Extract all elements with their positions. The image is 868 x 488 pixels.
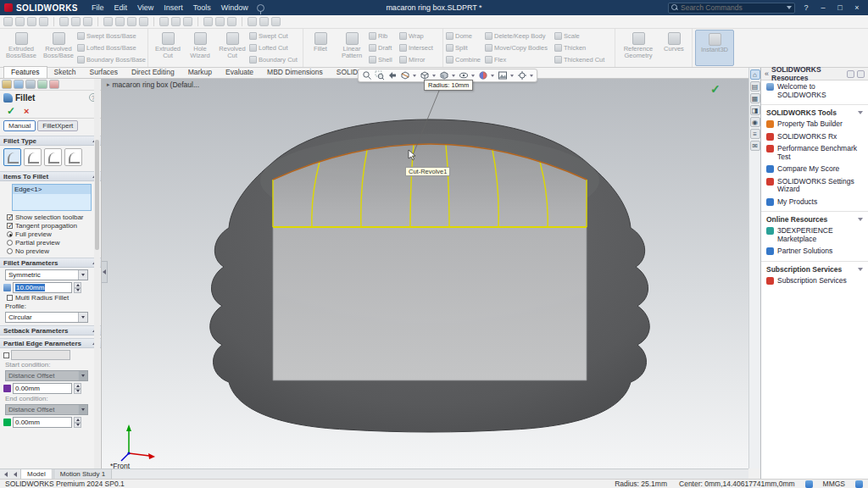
no-preview-radio[interactable] (7, 248, 13, 254)
status-tag-icon[interactable] (805, 480, 813, 488)
menu-tools[interactable]: Tools (188, 0, 216, 15)
help-button[interactable]: ? (800, 0, 812, 15)
display-style-icon[interactable] (203, 17, 213, 26)
minimize-button[interactable]: – (817, 0, 829, 15)
radius-field[interactable]: 10.00mm (13, 282, 72, 293)
wrap-button[interactable]: Wrap (399, 30, 440, 42)
cut-revolve-preview-body[interactable] (273, 144, 587, 380)
convert-entities-icon[interactable] (139, 17, 148, 26)
motion-study-tab[interactable]: Motion Study 1 (53, 469, 112, 479)
property-tab-builder-item[interactable]: Property Tab Builder (761, 118, 868, 130)
reference-geometry-button[interactable]: Reference Geometry (618, 30, 659, 66)
full-round-fillet-icon[interactable] (64, 148, 82, 166)
no-preview-row[interactable]: No preview (0, 247, 101, 255)
performance-benchmark-item[interactable]: Performance Benchmark Test (761, 142, 868, 163)
open-icon[interactable] (15, 17, 25, 26)
intersect-button[interactable]: Intersect (399, 42, 440, 53)
symmetric-dropdown[interactable]: Symmetric (5, 269, 88, 280)
radius-spinner[interactable] (74, 282, 81, 293)
apply-scene-icon[interactable] (497, 70, 508, 81)
save-icon[interactable] (27, 17, 36, 26)
pin-pane-icon[interactable] (847, 70, 854, 78)
graphics-area[interactable] (102, 79, 748, 469)
edit-appearance-caret-icon[interactable] (491, 75, 494, 77)
search-input[interactable] (681, 3, 784, 12)
end-offset-field[interactable]: 0.00mm (13, 417, 72, 428)
variable-size-fillet-icon[interactable] (24, 148, 42, 166)
lofted-boss-button[interactable]: Lofted Boss/Base (77, 42, 145, 53)
units-label[interactable]: MMGS (823, 480, 845, 488)
scale-button[interactable]: Scale (554, 30, 612, 42)
section-view-caret-icon[interactable] (413, 75, 416, 77)
tab-scroll-left2-icon[interactable] (11, 470, 19, 479)
show-selection-toolbar-row[interactable]: Show selection toolbar (0, 213, 101, 221)
sketch-icon[interactable] (103, 17, 113, 26)
flex-button[interactable]: Flex (485, 54, 554, 65)
hide-show-caret-icon[interactable] (471, 75, 475, 77)
section-setback-parameters[interactable]: Setback Parameters (0, 325, 101, 336)
compare-my-score-item[interactable]: Compare My Score (761, 163, 868, 175)
collapse-pane-icon[interactable]: « (765, 69, 769, 78)
pm-scrollbar-thumb[interactable] (95, 140, 99, 250)
section-partial-edge-parameters[interactable]: Partial Edge Parameters (0, 338, 101, 348)
partial-edge-checkbox[interactable] (3, 352, 9, 358)
mirror-button[interactable]: Mirror (399, 54, 440, 65)
settings-wizard-item[interactable]: SOLIDWORKS Settings Wizard (761, 175, 868, 196)
constant-size-fillet-icon[interactable] (3, 148, 21, 166)
shell-button[interactable]: Shell (369, 54, 399, 65)
search-commands-box[interactable] (668, 3, 795, 14)
pm-ok-button[interactable]: ✓ (7, 105, 15, 117)
full-preview-radio[interactable] (7, 231, 13, 237)
propertymanager-tab-icon[interactable] (14, 80, 24, 89)
delete-keep-body-button[interactable]: Delete/Keep Body (485, 30, 554, 42)
flyout-tree-label[interactable]: macaron ring box (Defaul... (113, 80, 200, 89)
previous-view-icon[interactable] (387, 70, 398, 81)
section-online-resources[interactable]: Online Resources (761, 214, 868, 225)
smart-dimension-icon[interactable] (115, 17, 125, 26)
boundary-cut-button[interactable]: Boundary Cut (249, 54, 300, 65)
print-icon[interactable] (39, 17, 48, 26)
model-canvas[interactable] (102, 79, 748, 469)
redo-icon[interactable] (71, 17, 81, 26)
zoom-icon[interactable] (248, 17, 257, 26)
pan-icon[interactable] (259, 17, 269, 26)
rebuild-icon[interactable] (159, 17, 169, 26)
model-tab[interactable]: Model (20, 469, 53, 479)
move-copy-bodies-button[interactable]: Move/Copy Bodies (485, 42, 554, 53)
undo-icon[interactable] (59, 17, 69, 26)
tab-scroll-left-icon[interactable] (2, 470, 10, 479)
dome-button[interactable]: Dome (446, 30, 485, 42)
pm-scrollbar[interactable] (94, 79, 100, 469)
menu-view[interactable]: View (132, 0, 159, 15)
radius-callout[interactable]: Radius: 10mm (424, 80, 473, 91)
featuremanager-tab-icon[interactable] (2, 80, 12, 89)
appearances-scenes-icon[interactable]: ◉ (750, 117, 760, 127)
file-properties-icon[interactable] (171, 17, 181, 26)
view-orientation-caret-icon[interactable] (432, 75, 436, 77)
show-selection-toolbar-checkbox[interactable] (7, 214, 13, 220)
section-fillet-type[interactable]: Fillet Type (0, 136, 101, 146)
file-explorer-icon[interactable]: ▦ (750, 93, 760, 103)
curves-button[interactable]: Curves (659, 30, 689, 66)
view-settings-icon[interactable] (516, 70, 527, 81)
partial-preview-radio[interactable] (7, 240, 13, 246)
flyout-feature-tree[interactable]: ▸ macaron ring box (Defaul... (107, 80, 199, 89)
appearance-icon[interactable] (227, 17, 236, 26)
tab-mbd-dimensions[interactable]: MBD Dimensions (260, 67, 330, 78)
start-offset-field[interactable]: 0.00mm (13, 383, 72, 394)
pm-cancel-button[interactable]: × (24, 106, 29, 116)
view-settings-caret-icon[interactable] (530, 75, 533, 77)
swept-cut-button[interactable]: Swept Cut (249, 30, 300, 42)
partner-solutions-item[interactable]: Partner Solutions (761, 245, 868, 258)
section-solidworks-tools[interactable]: SOLIDWORKS Tools (761, 108, 868, 118)
extruded-cut-button[interactable]: Extruded Cut (151, 30, 185, 66)
instant3d-button[interactable]: Instant3D (695, 30, 734, 66)
face-fillet-icon[interactable] (44, 148, 62, 166)
hole-wizard-button[interactable]: Hole Wizard (185, 30, 215, 66)
profile-caret-icon[interactable] (78, 313, 87, 322)
status-options-icon[interactable] (855, 480, 863, 488)
extruded-boss-button[interactable]: Extruded Boss/Base (3, 30, 40, 66)
selected-edge-item[interactable]: Edge<1> (13, 185, 91, 194)
design-library-icon[interactable]: ▤ (750, 81, 760, 92)
zoom-to-fit-icon[interactable] (361, 70, 372, 81)
